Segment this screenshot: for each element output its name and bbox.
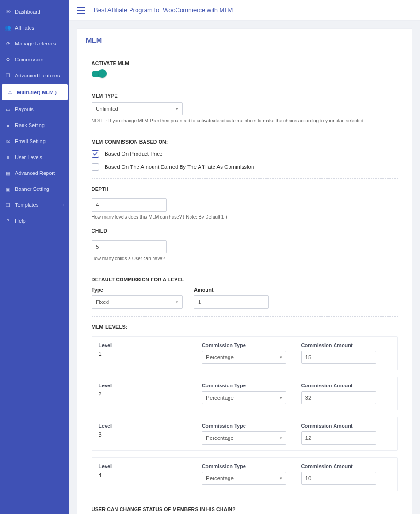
commission-amount-input[interactable] bbox=[301, 391, 376, 404]
level-label: Level bbox=[99, 383, 192, 388]
sidebar: 👁Dashboard👥Affiliates⟳Manage Referrals⚙C… bbox=[0, 0, 69, 514]
commission-amount-input[interactable] bbox=[301, 472, 376, 485]
basis-option-1-label: Based On Product Price bbox=[105, 151, 162, 157]
child-label: CHILD bbox=[92, 228, 398, 234]
commission-amount-label: Commission Amount bbox=[301, 463, 391, 469]
sidebar-item-dashboard[interactable]: 👁Dashboard bbox=[0, 4, 69, 20]
level-value: 3 bbox=[99, 431, 192, 438]
sidebar-item-affiliates[interactable]: 👥Affiliates bbox=[0, 20, 69, 36]
child-input[interactable] bbox=[92, 240, 167, 253]
commission-type-select[interactable]: Percentage▾ bbox=[202, 351, 286, 364]
sidebar-item-templates[interactable]: ❏Templates+ bbox=[0, 197, 69, 213]
mlm-type-select[interactable]: Unlimited ▾ bbox=[92, 102, 183, 115]
levels-label: MLM LEVELS: bbox=[92, 324, 398, 330]
sidebar-item-banner-setting[interactable]: ▣Banner Setting bbox=[0, 181, 69, 197]
sidebar-item-label: Email Setting bbox=[15, 138, 46, 144]
settings-card: MLM ACTIVATE MLM MLM TYPE Unlimited ▾ NO… bbox=[77, 28, 412, 514]
image-icon: ▣ bbox=[5, 186, 11, 192]
report-icon: ▤ bbox=[5, 170, 11, 176]
sidebar-item-label: Affiliates bbox=[15, 25, 34, 30]
topbar: Best Affiliate Program for WooCommerce w… bbox=[69, 0, 420, 21]
sidebar-item-user-levels[interactable]: ≡User Levels bbox=[0, 149, 69, 165]
commission-type-value: Percentage bbox=[206, 476, 234, 481]
level-row: Level4Commission TypePercentage▾Commissi… bbox=[92, 457, 398, 491]
commission-type-value: Percentage bbox=[206, 355, 234, 360]
amount-label: Amount bbox=[194, 287, 269, 293]
type-label: Type bbox=[92, 287, 183, 293]
chevron-down-icon: ▾ bbox=[280, 355, 282, 360]
divider bbox=[92, 131, 398, 131]
mlm-type-value: Unlimited bbox=[96, 106, 118, 112]
depth-help: How many levels does this MLM can have? … bbox=[92, 214, 398, 219]
sidebar-item-manage-referrals[interactable]: ⟳Manage Referrals bbox=[0, 36, 69, 52]
divider bbox=[92, 178, 398, 179]
depth-label: DEPTH bbox=[92, 186, 398, 192]
chevron-down-icon: ▾ bbox=[280, 395, 282, 400]
page-title: Best Affiliate Program for WooCommerce w… bbox=[94, 7, 233, 14]
level-value: 2 bbox=[99, 391, 192, 398]
basis-product-price-checkbox[interactable] bbox=[92, 150, 99, 158]
mail-icon: ✉ bbox=[5, 138, 11, 144]
group-icon: ⛬ bbox=[7, 89, 13, 96]
card-title: MLM bbox=[77, 29, 412, 52]
sidebar-item-label: Rank Setting bbox=[15, 122, 45, 128]
sidebar-item-label: Dashboard bbox=[15, 9, 40, 15]
commission-type-value: Percentage bbox=[206, 395, 234, 401]
badge-icon: ★ bbox=[5, 122, 11, 128]
basis-option-2-label: Based On The Amount Earned By The Affili… bbox=[105, 164, 254, 170]
sidebar-item-help[interactable]: ?Help bbox=[0, 213, 69, 229]
sidebar-item-advanced-report[interactable]: ▤Advanced Report bbox=[0, 165, 69, 181]
default-type-select[interactable]: Fixed ▾ bbox=[92, 295, 183, 309]
activate-mlm-toggle[interactable] bbox=[92, 71, 106, 77]
commission-type-label: Commission Type bbox=[202, 383, 292, 388]
commission-type-label: Commission Type bbox=[202, 463, 292, 469]
sidebar-item-label: Payouts bbox=[15, 106, 34, 112]
commission-type-label: Commission Type bbox=[202, 342, 292, 348]
commission-amount-label: Commission Amount bbox=[301, 383, 391, 388]
activate-mlm-label: ACTIVATE MLM bbox=[92, 60, 398, 66]
plus-icon: + bbox=[62, 202, 65, 208]
mlm-type-note: NOTE : If you change MLM Plan then you n… bbox=[92, 118, 398, 123]
commission-type-select[interactable]: Percentage▾ bbox=[202, 391, 286, 404]
sidebar-item-label: Commission bbox=[15, 57, 44, 62]
commission-type-label: Commission Type bbox=[202, 423, 292, 429]
commission-basis-label: MLM COMMISSION BASED ON: bbox=[92, 139, 398, 144]
chevron-down-icon: ▾ bbox=[176, 300, 178, 304]
level-label: Level bbox=[99, 423, 192, 429]
sidebar-item-commission[interactable]: ⚙Commission bbox=[0, 52, 69, 68]
chevron-down-icon: ▾ bbox=[176, 106, 178, 111]
default-amount-input[interactable] bbox=[194, 295, 269, 309]
sidebar-item-label: User Levels bbox=[15, 154, 42, 160]
basis-affiliate-earned-checkbox[interactable] bbox=[92, 163, 99, 171]
divider bbox=[92, 499, 398, 499]
gear-icon: ⚙ bbox=[5, 56, 11, 63]
level-row: Level2Commission TypePercentage▾Commissi… bbox=[92, 377, 398, 410]
people-icon: 👥 bbox=[5, 24, 11, 31]
sidebar-item-rank-setting[interactable]: ★Rank Setting bbox=[0, 117, 69, 133]
commission-amount-label: Commission Amount bbox=[301, 342, 391, 348]
level-value: 4 bbox=[99, 472, 192, 478]
level-label: Level bbox=[99, 463, 192, 469]
sidebar-item-payouts[interactable]: ▭Payouts bbox=[0, 101, 69, 117]
divider bbox=[92, 85, 398, 85]
puzzle-icon: ❐ bbox=[5, 72, 11, 79]
help-icon: ? bbox=[5, 218, 11, 224]
default-commission-label: DEFAULT COMMISSION FOR A LEVEL bbox=[92, 277, 398, 282]
sidebar-item-label: Templates bbox=[15, 202, 38, 208]
sidebar-item-label: Manage Referrals bbox=[15, 41, 56, 46]
bars-icon: ≡ bbox=[5, 154, 11, 160]
commission-type-value: Percentage bbox=[206, 435, 234, 441]
commission-type-select[interactable]: Percentage▾ bbox=[202, 431, 286, 445]
commission-amount-input[interactable] bbox=[301, 431, 376, 445]
divider bbox=[92, 316, 398, 317]
level-label: Level bbox=[99, 342, 192, 348]
sidebar-item-multi-tier-mlm[interactable]: ⛬Multi-tier( MLM ) bbox=[2, 84, 68, 100]
sidebar-item-advanced-features[interactable]: ❐Advanced Features bbox=[0, 68, 69, 83]
level-row: Level1Commission TypePercentage▾Commissi… bbox=[92, 336, 398, 370]
depth-input[interactable] bbox=[92, 198, 167, 212]
chain-status-label: USER CAN CHANGE STATUS OF MEMBERS IN HIS… bbox=[92, 506, 398, 512]
commission-type-select[interactable]: Percentage▾ bbox=[202, 472, 286, 485]
sidebar-item-email-setting[interactable]: ✉Email Setting bbox=[0, 133, 69, 149]
commission-amount-input[interactable] bbox=[301, 351, 376, 364]
menu-toggle-icon[interactable] bbox=[77, 7, 85, 14]
